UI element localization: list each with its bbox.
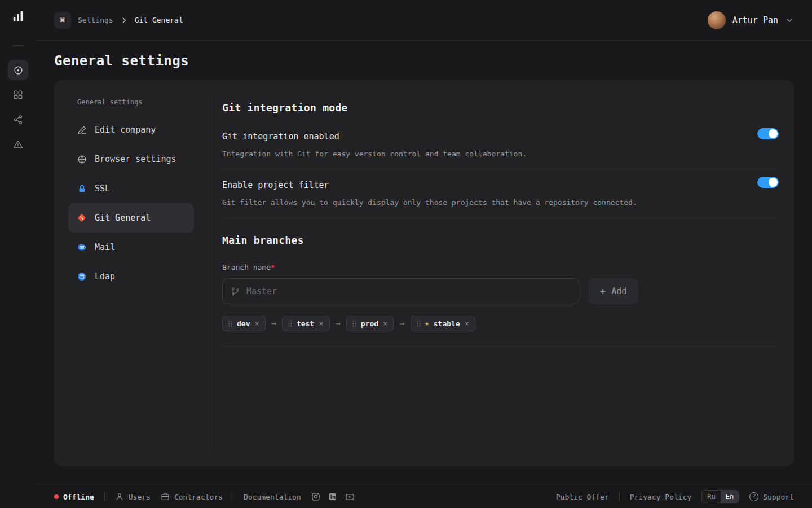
nav-item-label: Mail bbox=[95, 242, 115, 252]
page-title: General settings bbox=[54, 53, 794, 69]
drag-handle-icon[interactable] bbox=[352, 320, 356, 327]
footer-link-public-offer[interactable]: Public Offer bbox=[556, 493, 609, 501]
icon-rail bbox=[0, 0, 36, 508]
settings-body: Git integration mode Git integration ena… bbox=[208, 94, 794, 453]
breadcrumb-git-general[interactable]: Git General bbox=[135, 16, 183, 24]
breadcrumb-settings[interactable]: Settings bbox=[78, 16, 113, 24]
section-title-main-branches: Main branches bbox=[222, 234, 779, 246]
target-icon bbox=[13, 65, 24, 76]
drag-handle-icon[interactable] bbox=[288, 320, 292, 327]
footer-divider bbox=[104, 493, 105, 501]
close-icon[interactable]: × bbox=[383, 319, 387, 327]
close-icon[interactable]: × bbox=[254, 319, 259, 327]
status-dot-icon bbox=[54, 494, 59, 499]
nav-item-ldap[interactable]: Ldap bbox=[68, 262, 194, 291]
social-icons bbox=[311, 492, 355, 502]
nav-item-edit-company[interactable]: Edit company bbox=[68, 115, 194, 144]
required-asterisk: * bbox=[271, 263, 275, 271]
nav-item-mail[interactable]: Mail bbox=[68, 233, 194, 262]
status-label: Offline bbox=[63, 493, 94, 501]
language-switcher[interactable]: Ru En bbox=[701, 490, 739, 503]
nav-item-browser-settings[interactable]: Browser settings bbox=[68, 144, 194, 174]
contractors-icon bbox=[161, 492, 170, 501]
footer-right: Public Offer Privacy Policy Ru En ? Supp… bbox=[556, 490, 794, 503]
globe-icon bbox=[77, 155, 87, 164]
nav-item-label: Ldap bbox=[95, 271, 115, 282]
settings-nav-label: General settings bbox=[68, 94, 194, 115]
footer-link-label: Users bbox=[129, 493, 151, 501]
branch-name-label-text: Branch name bbox=[222, 263, 271, 271]
git-icon bbox=[77, 213, 87, 223]
main-column: ⌘ Settings Git General Artur Pan bbox=[36, 0, 812, 508]
branch-chip-prod[interactable]: prod × bbox=[346, 316, 394, 331]
footer-link-documentation[interactable]: Documentation bbox=[244, 493, 301, 501]
ldap-icon bbox=[77, 271, 87, 282]
question-icon: ? bbox=[749, 492, 758, 501]
users-icon bbox=[115, 492, 124, 501]
drag-handle-icon[interactable] bbox=[228, 320, 232, 327]
warning-icon bbox=[13, 139, 23, 150]
nav-item-label: Browser settings bbox=[95, 154, 176, 164]
branch-name-label: Branch name* bbox=[222, 263, 779, 271]
settings-card: General settings Edit company bbox=[54, 80, 794, 466]
nodes-icon bbox=[13, 115, 23, 125]
chip-label: stable bbox=[434, 319, 460, 328]
footer-link-users[interactable]: Users bbox=[115, 492, 151, 501]
command-icon[interactable]: ⌘ bbox=[54, 12, 71, 29]
branch-chip-stable[interactable]: ★ stable × bbox=[411, 316, 476, 331]
nav-item-label: Edit company bbox=[95, 125, 156, 135]
branch-chip-dev[interactable]: dev × bbox=[222, 316, 266, 331]
close-icon[interactable]: × bbox=[319, 319, 323, 327]
chip-label: test bbox=[297, 319, 314, 328]
lang-option-ru[interactable]: Ru bbox=[702, 491, 720, 503]
nav-item-label: Git General bbox=[95, 213, 151, 223]
chip-label: dev bbox=[237, 319, 250, 328]
close-icon[interactable]: × bbox=[465, 319, 469, 327]
rail-status-button[interactable] bbox=[8, 60, 28, 80]
support-label: Support bbox=[763, 493, 794, 501]
project-filter-toggle[interactable] bbox=[757, 177, 779, 188]
arrow-right-icon: → bbox=[399, 318, 404, 329]
avatar bbox=[708, 11, 726, 29]
setting-description: Integration with Git for easy version co… bbox=[222, 150, 779, 158]
nav-item-git-general[interactable]: Git General bbox=[68, 203, 194, 233]
section-title-git-mode: Git integration mode bbox=[222, 102, 779, 113]
footer-divider bbox=[233, 493, 233, 501]
rail-integrations-button[interactable] bbox=[8, 110, 28, 130]
footer-link-privacy-policy[interactable]: Privacy Policy bbox=[630, 493, 692, 501]
plus-icon: + bbox=[600, 287, 606, 296]
chevron-right-icon bbox=[120, 16, 128, 24]
setting-label: Enable project filter bbox=[222, 180, 779, 190]
content-area: General settings General settings Edit c… bbox=[36, 41, 812, 485]
instagram-icon[interactable] bbox=[311, 492, 320, 501]
user-menu[interactable]: Artur Pan bbox=[708, 11, 794, 29]
setting-row-project-filter: Enable project filter Git filter allows … bbox=[222, 170, 779, 218]
add-branch-button[interactable]: + Add bbox=[588, 278, 638, 304]
connection-status: Offline bbox=[54, 493, 94, 501]
footer-link-label: Contractors bbox=[174, 493, 223, 501]
star-icon: ★ bbox=[425, 319, 429, 327]
rail-modules-button[interactable] bbox=[8, 85, 28, 105]
app-root: ⌘ Settings Git General Artur Pan bbox=[0, 0, 812, 508]
rail-alerts-button[interactable] bbox=[8, 134, 28, 155]
lang-option-en[interactable]: En bbox=[721, 491, 739, 503]
linkedin-icon[interactable] bbox=[328, 492, 337, 501]
nav-item-ssl[interactable]: SSL bbox=[68, 174, 194, 203]
footer-link-contractors[interactable]: Contractors bbox=[161, 492, 223, 501]
setting-description: Git filter allows you to quickly display… bbox=[222, 198, 779, 207]
branch-name-input[interactable] bbox=[246, 286, 571, 296]
branch-chip-test[interactable]: test × bbox=[282, 316, 330, 331]
grid-icon bbox=[13, 90, 23, 100]
youtube-icon[interactable] bbox=[345, 492, 355, 502]
git-integration-toggle[interactable] bbox=[757, 128, 779, 139]
user-name: Artur Pan bbox=[732, 15, 778, 25]
pencil-icon bbox=[77, 125, 87, 135]
chip-label: prod bbox=[361, 319, 378, 328]
arrow-right-icon: → bbox=[336, 318, 341, 329]
git-branch-icon bbox=[231, 287, 240, 296]
support-button[interactable]: ? Support bbox=[749, 492, 794, 501]
branch-chips-row: dev × → tes bbox=[222, 316, 779, 347]
settings-nav: General settings Edit company bbox=[54, 94, 208, 453]
drag-handle-icon[interactable] bbox=[417, 320, 421, 327]
footer-link-label: Documentation bbox=[244, 493, 301, 501]
